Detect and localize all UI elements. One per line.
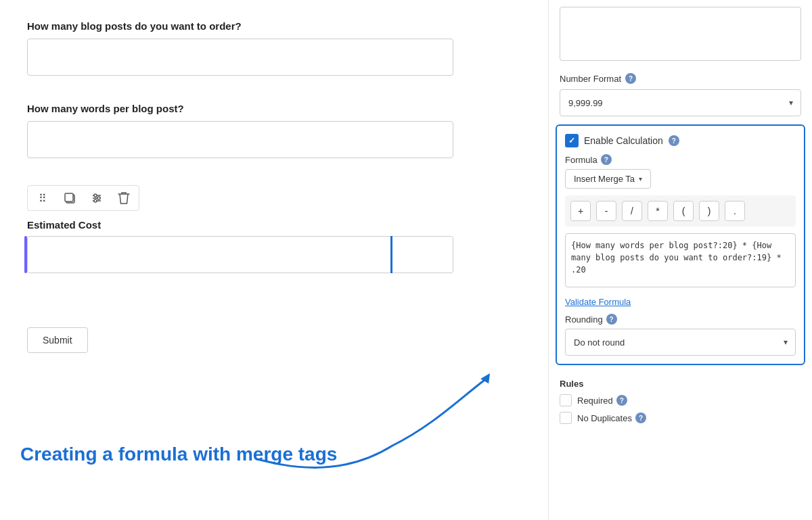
svg-point-5 [94, 194, 97, 197]
trash-icon[interactable] [116, 190, 132, 206]
field1-label: How many blog posts do you want to order… [27, 20, 521, 32]
rules-title: Rules [560, 379, 801, 389]
toolbar: ⠿ [27, 185, 139, 211]
submit-button[interactable]: Submit [27, 327, 88, 353]
rounding-label: Rounding ? [565, 314, 796, 325]
left-panel: How many blog posts do you want to order… [0, 0, 548, 520]
no-duplicates-checkbox[interactable] [560, 412, 572, 424]
rules-section: Rules Required ? No Duplicates ? [560, 379, 801, 429]
validate-formula-link[interactable]: Validate Formula [565, 297, 631, 307]
svg-marker-8 [480, 371, 493, 383]
grid-icon[interactable]: ⠿ [35, 190, 51, 206]
rounding-select[interactable]: Do not round Round to nearest integer Ro… [565, 329, 796, 356]
operators-row: + - / * ( ) . [565, 195, 796, 227]
number-format-select-wrapper: 9,999.99 9999.99 9.999,99 ▾ [560, 89, 801, 116]
required-help[interactable]: ? [616, 395, 627, 406]
rounding-select-wrapper: Do not round Round to nearest integer Ro… [565, 329, 796, 356]
formula-label: Formula ? [565, 154, 796, 165]
formula-textarea[interactable]: {How many words per blog post?:20} * {Ho… [565, 233, 796, 287]
no-duplicates-row: No Duplicates ? [560, 412, 801, 424]
enable-calc-label: Enable Calculation [584, 135, 663, 146]
op-close-paren-button[interactable]: ) [699, 201, 719, 221]
estimated-cost-input[interactable] [27, 236, 453, 273]
op-plus-button[interactable]: + [570, 201, 591, 221]
calc-box: ✓ Enable Calculation ? Formula ? Insert … [556, 124, 805, 365]
svg-rect-1 [65, 193, 73, 202]
op-dot-button[interactable]: . [725, 201, 745, 221]
estimated-cost-section: Estimated Cost [27, 219, 521, 273]
op-minus-button[interactable]: - [596, 201, 616, 221]
sliders-icon[interactable] [89, 190, 105, 206]
no-duplicates-help[interactable]: ? [635, 412, 646, 423]
field2-label: How many words per blog post? [27, 103, 521, 114]
merge-tag-chevron-icon: ▾ [639, 175, 642, 183]
vertical-line [390, 236, 392, 273]
annotation-text: Creating a formula with merge tags [20, 443, 337, 466]
number-format-label: Number Format ? [560, 73, 801, 84]
enable-calc-help[interactable]: ? [669, 135, 679, 146]
svg-point-6 [97, 197, 100, 199]
svg-point-7 [94, 199, 97, 202]
required-label: Required ? [577, 395, 627, 406]
checkmark-icon: ✓ [568, 136, 575, 145]
right-panel: Number Format ? 9,999.99 9999.99 9.999,9… [548, 0, 812, 520]
calc-header: ✓ Enable Calculation ? [565, 134, 796, 147]
required-checkbox[interactable] [560, 394, 572, 406]
copy-icon[interactable] [62, 190, 78, 206]
merge-tag-button[interactable]: Insert Merge Ta ▾ [565, 169, 651, 189]
field1-input[interactable] [27, 39, 453, 76]
enable-calc-checkbox[interactable]: ✓ [565, 134, 579, 147]
op-open-paren-button[interactable]: ( [673, 201, 694, 221]
field2-block: How many words per blog post? [27, 103, 521, 158]
no-duplicates-label: No Duplicates ? [577, 412, 646, 423]
number-format-select[interactable]: 9,999.99 9999.99 9.999,99 [560, 89, 801, 116]
required-row: Required ? [560, 394, 801, 406]
field2-input[interactable] [27, 121, 453, 158]
op-divide-button[interactable]: / [622, 201, 642, 221]
formula-help[interactable]: ? [601, 154, 612, 165]
rounding-help[interactable]: ? [606, 314, 617, 325]
number-format-help[interactable]: ? [625, 73, 636, 84]
top-textarea[interactable] [560, 7, 801, 61]
arrow-svg [0, 250, 555, 520]
field1-block: How many blog posts do you want to order… [27, 20, 521, 76]
estimated-cost-label: Estimated Cost [27, 219, 521, 231]
op-multiply-button[interactable]: * [648, 201, 668, 221]
